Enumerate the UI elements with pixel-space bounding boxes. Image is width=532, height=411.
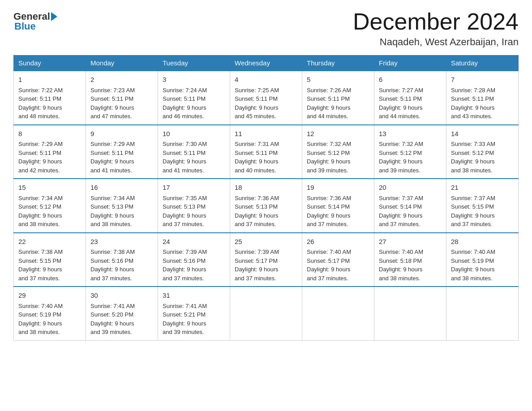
table-row: 24 Sunrise: 7:39 AMSunset: 5:16 PMDaylig… [158,233,230,287]
table-row [302,287,374,340]
day-number: 21 [451,183,514,193]
day-number: 12 [307,129,369,139]
table-row [446,287,519,340]
col-sunday: Sunday [14,56,86,71]
day-number: 27 [379,237,442,247]
day-info: Sunrise: 7:36 AMSunset: 5:14 PMDaylight:… [307,195,351,228]
day-number: 4 [235,75,297,85]
day-number: 5 [307,75,369,85]
table-row: 22 Sunrise: 7:38 AMSunset: 5:15 PMDaylig… [14,233,86,287]
day-info: Sunrise: 7:38 AMSunset: 5:16 PMDaylight:… [90,248,135,282]
day-info: Sunrise: 7:27 AMSunset: 5:11 PMDaylight:… [379,87,423,120]
day-number: 23 [90,237,153,247]
day-number: 6 [379,75,442,85]
day-number: 15 [18,183,81,193]
day-info: Sunrise: 7:31 AMSunset: 5:11 PMDaylight:… [235,141,279,174]
day-info: Sunrise: 7:24 AMSunset: 5:11 PMDaylight:… [163,87,207,120]
table-row: 28 Sunrise: 7:40 AMSunset: 5:19 PMDaylig… [446,233,519,287]
title-block: December 2024 Naqadeh, West Azerbaijan, … [353,9,519,48]
day-info: Sunrise: 7:29 AMSunset: 5:11 PMDaylight:… [90,141,135,174]
table-row: 1 Sunrise: 7:22 AMSunset: 5:11 PMDayligh… [14,71,86,125]
logo-blue-text: Blue [13,21,36,32]
day-info: Sunrise: 7:23 AMSunset: 5:11 PMDaylight:… [90,87,135,120]
calendar-week-5: 29 Sunrise: 7:40 AMSunset: 5:19 PMDaylig… [14,287,519,340]
day-number: 3 [163,75,225,85]
day-number: 16 [90,183,153,193]
table-row: 27 Sunrise: 7:40 AMSunset: 5:18 PMDaylig… [374,233,446,287]
day-info: Sunrise: 7:40 AMSunset: 5:19 PMDaylight:… [451,248,495,282]
table-row: 3 Sunrise: 7:24 AMSunset: 5:11 PMDayligh… [158,71,230,125]
day-info: Sunrise: 7:28 AMSunset: 5:11 PMDaylight:… [451,87,495,120]
day-info: Sunrise: 7:35 AMSunset: 5:13 PMDaylight:… [163,195,207,228]
table-row: 6 Sunrise: 7:27 AMSunset: 5:11 PMDayligh… [374,71,446,125]
table-row: 30 Sunrise: 7:41 AMSunset: 5:20 PMDaylig… [86,287,158,340]
col-thursday: Thursday [302,56,374,71]
day-number: 22 [18,237,81,247]
col-tuesday: Tuesday [158,56,230,71]
day-number: 19 [307,183,369,193]
day-number: 1 [18,75,81,85]
calendar-week-1: 1 Sunrise: 7:22 AMSunset: 5:11 PMDayligh… [14,71,519,125]
month-title: December 2024 [353,9,519,34]
day-number: 31 [163,291,225,301]
table-row: 26 Sunrise: 7:40 AMSunset: 5:17 PMDaylig… [302,233,374,287]
table-row: 13 Sunrise: 7:32 AMSunset: 5:12 PMDaylig… [374,125,446,179]
day-number: 29 [18,291,81,301]
calendar-week-4: 22 Sunrise: 7:38 AMSunset: 5:15 PMDaylig… [14,233,519,287]
table-row: 15 Sunrise: 7:34 AMSunset: 5:12 PMDaylig… [14,179,86,233]
day-number: 20 [379,183,442,193]
day-number: 8 [18,129,81,139]
logo: General Blue [13,9,58,32]
day-info: Sunrise: 7:40 AMSunset: 5:19 PMDaylight:… [18,303,63,336]
day-number: 10 [163,129,225,139]
table-row: 18 Sunrise: 7:36 AMSunset: 5:13 PMDaylig… [230,179,302,233]
logo-triangle-icon [51,12,57,21]
day-number: 25 [235,237,297,247]
location-title: Naqadeh, West Azerbaijan, Iran [353,36,519,48]
day-info: Sunrise: 7:26 AMSunset: 5:11 PMDaylight:… [307,87,351,120]
table-row: 29 Sunrise: 7:40 AMSunset: 5:19 PMDaylig… [14,287,86,340]
table-row: 2 Sunrise: 7:23 AMSunset: 5:11 PMDayligh… [86,71,158,125]
day-info: Sunrise: 7:33 AMSunset: 5:12 PMDaylight:… [451,141,495,174]
day-info: Sunrise: 7:39 AMSunset: 5:17 PMDaylight:… [235,248,279,282]
table-row: 9 Sunrise: 7:29 AMSunset: 5:11 PMDayligh… [86,125,158,179]
day-number: 24 [163,237,225,247]
day-number: 14 [451,129,514,139]
logo-general-text: General [13,12,50,21]
table-row: 31 Sunrise: 7:41 AMSunset: 5:21 PMDaylig… [158,287,230,340]
table-row [230,287,302,340]
col-monday: Monday [86,56,158,71]
day-info: Sunrise: 7:39 AMSunset: 5:16 PMDaylight:… [163,248,207,282]
day-info: Sunrise: 7:40 AMSunset: 5:18 PMDaylight:… [379,248,423,282]
day-number: 28 [451,237,514,247]
calendar-table: Sunday Monday Tuesday Wednesday Thursday… [13,55,519,341]
day-number: 17 [163,183,225,193]
day-info: Sunrise: 7:32 AMSunset: 5:12 PMDaylight:… [307,141,351,174]
table-row [374,287,446,340]
day-info: Sunrise: 7:38 AMSunset: 5:15 PMDaylight:… [18,248,63,282]
table-row: 11 Sunrise: 7:31 AMSunset: 5:11 PMDaylig… [230,125,302,179]
table-row: 16 Sunrise: 7:34 AMSunset: 5:13 PMDaylig… [86,179,158,233]
day-info: Sunrise: 7:41 AMSunset: 5:20 PMDaylight:… [90,303,135,336]
day-info: Sunrise: 7:40 AMSunset: 5:17 PMDaylight:… [307,248,351,282]
day-info: Sunrise: 7:30 AMSunset: 5:11 PMDaylight:… [163,141,207,174]
day-info: Sunrise: 7:22 AMSunset: 5:11 PMDaylight:… [18,87,63,120]
day-info: Sunrise: 7:29 AMSunset: 5:11 PMDaylight:… [18,141,63,174]
day-number: 7 [451,75,514,85]
table-row: 12 Sunrise: 7:32 AMSunset: 5:12 PMDaylig… [302,125,374,179]
table-row: 10 Sunrise: 7:30 AMSunset: 5:11 PMDaylig… [158,125,230,179]
table-row: 4 Sunrise: 7:25 AMSunset: 5:11 PMDayligh… [230,71,302,125]
day-number: 30 [90,291,153,301]
page-header: General Blue December 2024 Naqadeh, West… [13,9,519,48]
table-row: 5 Sunrise: 7:26 AMSunset: 5:11 PMDayligh… [302,71,374,125]
day-info: Sunrise: 7:32 AMSunset: 5:12 PMDaylight:… [379,141,423,174]
table-row: 25 Sunrise: 7:39 AMSunset: 5:17 PMDaylig… [230,233,302,287]
col-friday: Friday [374,56,446,71]
day-info: Sunrise: 7:37 AMSunset: 5:14 PMDaylight:… [379,195,423,228]
table-row: 7 Sunrise: 7:28 AMSunset: 5:11 PMDayligh… [446,71,519,125]
table-row: 23 Sunrise: 7:38 AMSunset: 5:16 PMDaylig… [86,233,158,287]
day-info: Sunrise: 7:41 AMSunset: 5:21 PMDaylight:… [163,303,207,336]
table-row: 14 Sunrise: 7:33 AMSunset: 5:12 PMDaylig… [446,125,519,179]
day-info: Sunrise: 7:36 AMSunset: 5:13 PMDaylight:… [235,195,279,228]
table-row: 17 Sunrise: 7:35 AMSunset: 5:13 PMDaylig… [158,179,230,233]
